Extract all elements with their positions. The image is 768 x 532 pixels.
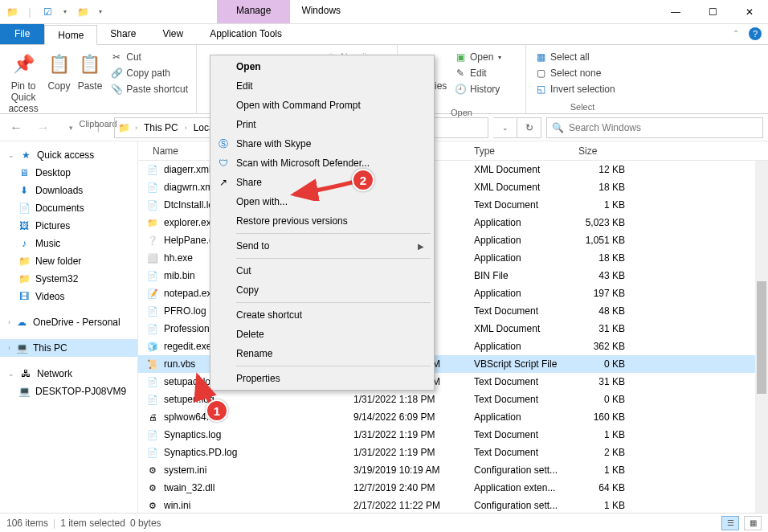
- nav-videos[interactable]: 🎞Videos: [0, 288, 137, 305]
- file-row[interactable]: 📄Synaptics.log1/31/2022 1:19 PMText Docu…: [138, 426, 768, 444]
- file-icon: ❔: [146, 234, 159, 247]
- ctx-skype[interactable]: ⓈShare with Skype: [212, 134, 432, 153]
- minimize-button[interactable]: —: [657, 0, 694, 23]
- nav-desktop-pc[interactable]: 💻DESKTOP-PJ08VM9: [0, 383, 137, 400]
- manage-tab[interactable]: Manage: [217, 0, 290, 23]
- thumbnails-view-button[interactable]: ▦: [744, 516, 762, 530]
- file-icon: ⬜: [146, 252, 159, 264]
- qat-dropdown-icon[interactable]: ▾: [58, 5, 72, 19]
- ctx-print[interactable]: Print: [212, 115, 432, 134]
- ctx-rename[interactable]: Rename: [212, 344, 432, 363]
- forward-button[interactable]: →: [32, 118, 55, 137]
- edit-button[interactable]: ✎Edit: [451, 66, 505, 80]
- refresh-button[interactable]: ↻: [517, 117, 541, 138]
- nav-downloads[interactable]: ⬇Downloads: [0, 182, 137, 199]
- nav-quick-access[interactable]: ⌄★Quick access: [0, 146, 137, 164]
- download-icon: ⬇: [18, 184, 31, 197]
- ctx-properties[interactable]: Properties: [212, 369, 432, 388]
- select-all-button[interactable]: ▦Select all: [531, 50, 619, 64]
- open-button[interactable]: ▣Open▾: [451, 50, 505, 64]
- back-button[interactable]: ←: [5, 118, 27, 137]
- open-icon: ▣: [454, 51, 467, 63]
- close-button[interactable]: ✕: [731, 0, 768, 23]
- nav-system32[interactable]: 📁System32: [0, 270, 137, 288]
- ctx-delete[interactable]: Delete: [212, 325, 432, 344]
- home-tab[interactable]: Home: [44, 25, 97, 45]
- folder-icon: 📁: [118, 122, 130, 133]
- file-date: 9/14/2022 6:09 PM: [347, 411, 468, 423]
- nav-documents[interactable]: 📄Documents: [0, 199, 137, 217]
- nav-onedrive[interactable]: ›☁OneDrive - Personal: [0, 313, 137, 331]
- cut-button[interactable]: ✂Cut: [107, 50, 191, 64]
- view-tab[interactable]: View: [149, 24, 197, 44]
- nav-music[interactable]: ♪Music: [0, 235, 137, 252]
- file-size: 31 KB: [572, 323, 644, 334]
- ctx-cmd[interactable]: Open with Command Prompt: [212, 96, 432, 115]
- help-icon[interactable]: ?: [749, 27, 762, 40]
- file-icon: 📄: [146, 163, 159, 176]
- ctx-openwith[interactable]: Open with...: [212, 192, 432, 211]
- copy-button[interactable]: 📋Copy: [45, 48, 73, 92]
- application-tools-tab[interactable]: Application Tools: [197, 24, 296, 44]
- history-button[interactable]: 🕘History: [451, 82, 505, 96]
- file-name: mib.bin: [164, 270, 195, 281]
- file-date: 2/17/2022 11:22 PM: [347, 500, 468, 511]
- file-row[interactable]: ⚙win.ini2/17/2022 11:22 PMConfiguration …: [138, 497, 768, 513]
- nav-pictures[interactable]: 🖼Pictures: [0, 217, 137, 235]
- vertical-scrollbar[interactable]: [755, 161, 768, 513]
- file-row[interactable]: ⚙system.ini3/19/2019 10:19 AMConfigurati…: [138, 461, 768, 479]
- nav-network[interactable]: ⌄🖧Network: [0, 365, 137, 383]
- nav-newfolder[interactable]: 📁New folder: [0, 252, 137, 270]
- pin-quick-access-button[interactable]: 📌Pin to Quick access: [5, 48, 42, 114]
- file-type: Text Document: [468, 376, 572, 387]
- folder-icon: 📁: [18, 255, 31, 268]
- ctx-edit[interactable]: Edit: [212, 76, 432, 96]
- paste-shortcut-button[interactable]: 📎Paste shortcut: [107, 82, 191, 96]
- details-view-button[interactable]: ☰: [721, 516, 739, 530]
- scrollbar-thumb[interactable]: [757, 281, 766, 394]
- file-type: Application: [468, 235, 572, 246]
- checkbox-icon[interactable]: ☑: [40, 5, 55, 19]
- up-button[interactable]: ↑: [87, 118, 109, 137]
- share-tab[interactable]: Share: [97, 24, 149, 44]
- search-placeholder: Search Windows: [569, 122, 641, 133]
- recent-locations-button[interactable]: ▾: [59, 118, 82, 137]
- address-dropdown-button[interactable]: ⌄: [493, 117, 517, 138]
- col-type[interactable]: Type: [468, 142, 572, 160]
- ctx-cut[interactable]: Cut: [212, 261, 432, 280]
- ctx-share[interactable]: ↗Share: [212, 173, 432, 192]
- ctx-restore[interactable]: Restore previous versions: [212, 211, 432, 231]
- properties-qat-icon[interactable]: 📁: [76, 5, 90, 19]
- file-type: XML Document: [468, 323, 572, 334]
- file-size: 1 KB: [572, 500, 644, 511]
- ctx-shortcut[interactable]: Create shortcut: [212, 305, 432, 325]
- file-type: BIN File: [468, 270, 572, 281]
- file-row[interactable]: ⚙twain_32.dll12/7/2019 2:40 PMApplicatio…: [138, 479, 768, 497]
- ctx-open[interactable]: Open: [212, 57, 432, 76]
- ribbon-collapse-icon[interactable]: ⌃: [729, 24, 742, 44]
- file-name: diagerr.xml: [164, 164, 211, 175]
- maximize-button[interactable]: ☐: [694, 0, 731, 23]
- select-none-icon: ▢: [534, 67, 547, 80]
- file-tab[interactable]: File: [0, 24, 44, 44]
- select-none-button[interactable]: ▢Select none: [531, 66, 619, 80]
- file-row[interactable]: 📄Synaptics.PD.log1/31/2022 1:19 PMText D…: [138, 444, 768, 461]
- breadcrumb-thispc[interactable]: This PC: [142, 122, 180, 133]
- paste-button[interactable]: 📋Paste: [76, 48, 104, 92]
- copy-path-button[interactable]: 🔗Copy path: [107, 66, 191, 80]
- file-row[interactable]: 📄setuperr.log1/31/2022 1:18 PMText Docum…: [138, 391, 768, 408]
- file-icon: 📄: [146, 322, 159, 335]
- qat-overflow-icon[interactable]: ▾: [93, 5, 108, 19]
- search-input[interactable]: 🔍 Search Windows: [546, 117, 763, 138]
- ctx-copy[interactable]: Copy: [212, 280, 432, 300]
- ctx-defender[interactable]: 🛡Scan with Microsoft Defender...: [212, 153, 432, 173]
- file-row[interactable]: 🖨splwow64.exe9/14/2022 6:09 PMApplicatio…: [138, 408, 768, 426]
- nav-desktop[interactable]: 🖥Desktop: [0, 164, 137, 182]
- nav-thispc[interactable]: ›💻This PC: [0, 339, 137, 357]
- title-bar: 📁 | ☑ ▾ 📁 ▾ Manage Windows — ☐ ✕: [0, 0, 768, 24]
- file-name: DtcInstall.lo: [164, 199, 214, 211]
- invert-selection-button[interactable]: ◱Invert selection: [531, 82, 619, 96]
- col-size[interactable]: Size: [572, 142, 644, 160]
- ctx-sendto[interactable]: Send to▶: [212, 236, 432, 256]
- annotation-badge-1: 1: [206, 399, 228, 422]
